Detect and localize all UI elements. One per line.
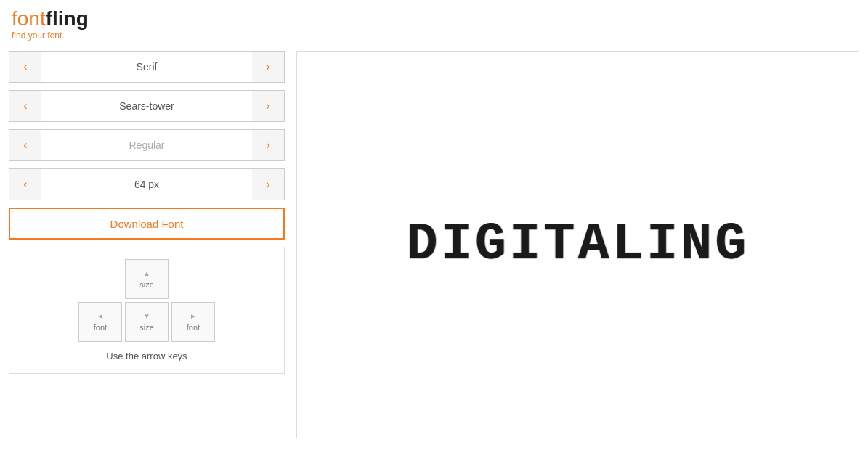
category-selector: ‹ Serif ›	[9, 51, 285, 83]
style-prev-button[interactable]: ‹	[9, 130, 41, 160]
arrow-info-text: Use the arrow keys	[106, 351, 187, 361]
logo-fling-part: fling	[46, 7, 89, 30]
left-key-label: font	[94, 323, 107, 332]
arrow-down-key: ▼ size	[125, 302, 169, 342]
font-label: Sears-tower	[41, 100, 252, 112]
style-label: Regular	[41, 139, 252, 151]
category-next-button[interactable]: ›	[252, 52, 284, 82]
chevron-left-icon: ‹	[23, 99, 27, 112]
logo-area: fontfling find your font.	[0, 0, 868, 45]
font-preview-panel: DIGITALING	[296, 51, 859, 438]
arrow-up-key: ▲ size	[125, 259, 169, 299]
left-panel: ‹ Serif › ‹ Sears-tower › ‹ Regular ›	[9, 51, 285, 438]
style-next-button[interactable]: ›	[252, 130, 284, 160]
size-label: 64 px	[41, 179, 252, 190]
main-layout: ‹ Serif › ‹ Sears-tower › ‹ Regular ›	[0, 45, 868, 444]
chevron-right-icon: ›	[266, 99, 269, 112]
chevron-right-icon: ›	[266, 139, 269, 152]
font-selector: ‹ Sears-tower ›	[9, 90, 285, 122]
left-arrow-icon: ◄	[97, 312, 104, 320]
up-key-label: size	[139, 280, 154, 289]
chevron-right-icon: ›	[266, 178, 269, 191]
style-selector: ‹ Regular ›	[9, 129, 285, 161]
download-font-button[interactable]: Download Font	[9, 208, 285, 240]
size-prev-button[interactable]: ‹	[9, 169, 41, 200]
size-next-button[interactable]: ›	[252, 169, 284, 200]
arrow-left-key: ◄ font	[78, 302, 122, 342]
logo: fontfling	[12, 9, 856, 29]
chevron-left-icon: ‹	[23, 60, 27, 73]
size-selector: ‹ 64 px ›	[9, 168, 285, 200]
chevron-right-icon: ›	[266, 60, 269, 73]
arrow-bottom-row: ◄ font ▼ size ► font	[78, 302, 215, 342]
chevron-left-icon: ‹	[23, 178, 27, 191]
chevron-left-icon: ‹	[23, 139, 27, 152]
right-arrow-icon: ►	[190, 312, 197, 320]
logo-tagline: find your font.	[12, 30, 856, 41]
category-prev-button[interactable]: ‹	[9, 52, 41, 82]
font-preview-text: DIGITALING	[406, 215, 749, 274]
arrow-right-key: ► font	[171, 302, 215, 342]
arrow-info-box: ▲ size ◄ font ▼ size ►	[9, 247, 285, 374]
down-key-label: size	[139, 323, 154, 332]
up-arrow-icon: ▲	[143, 269, 150, 277]
right-key-label: font	[187, 323, 200, 332]
down-arrow-icon: ▼	[143, 312, 150, 320]
arrow-top-row: ▲ size	[125, 259, 169, 299]
logo-font-part: font	[12, 7, 46, 30]
category-label: Serif	[41, 61, 252, 73]
font-next-button[interactable]: ›	[252, 91, 284, 121]
font-prev-button[interactable]: ‹	[9, 91, 41, 121]
arrow-keys-grid: ▲ size ◄ font ▼ size ►	[78, 259, 215, 342]
